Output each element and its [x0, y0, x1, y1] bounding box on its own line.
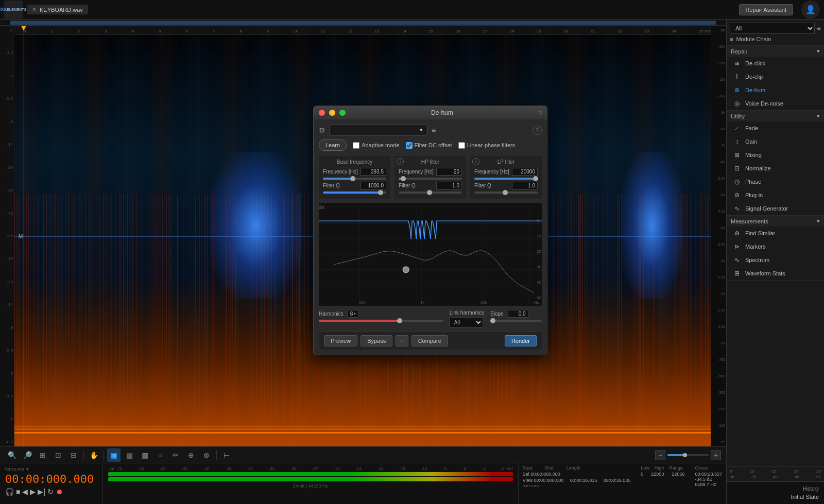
linear-phase-checkbox[interactable]: Linear-phase filters: [458, 142, 516, 149]
play-selection-button[interactable]: ▶|: [38, 488, 45, 496]
module-item-mixing[interactable]: ⊞ Mixing: [727, 148, 824, 162]
module-item-find-similar[interactable]: ⊛ Find Similar: [727, 227, 824, 240]
window-close-button[interactable]: [319, 110, 325, 116]
filter-q-slider[interactable]: [323, 192, 386, 194]
linear-phase-input[interactable]: [458, 142, 465, 149]
zoom-slider[interactable]: [667, 454, 709, 456]
horizontal-scrollbar[interactable]: [0, 20, 726, 26]
adaptive-mode-input[interactable]: [353, 142, 359, 149]
window-minimize-button[interactable]: [329, 110, 335, 116]
adaptive-mode-checkbox[interactable]: Adaptive mode: [353, 142, 399, 149]
filter-q-input[interactable]: [360, 182, 386, 189]
brush-button[interactable]: ⊕: [184, 448, 198, 462]
module-item-normalize[interactable]: ⊡ Normalize: [727, 162, 824, 175]
help-icon[interactable]: ?: [539, 110, 542, 116]
lp-q-slider[interactable]: [474, 192, 538, 194]
headphones-icon[interactable]: 🎧: [5, 488, 14, 496]
module-filter-select[interactable]: All Repair Utility Measurements: [730, 23, 815, 34]
lp-freq-input[interactable]: [512, 168, 538, 176]
zoom-out-button[interactable]: 🔎: [21, 448, 34, 462]
lp-freq-slider[interactable]: [474, 178, 538, 180]
window-maximize-button[interactable]: [339, 110, 346, 116]
module-item-phase[interactable]: ◷ Phase: [727, 175, 824, 188]
time-select-button[interactable]: ▥: [138, 448, 151, 462]
slope-label: Slope: [490, 311, 504, 317]
draw-button[interactable]: ✏: [169, 448, 182, 462]
base-freq-input[interactable]: [360, 168, 386, 176]
module-item-spectrum[interactable]: ∿ Spectrum: [727, 253, 824, 267]
module-item-declick[interactable]: ≋ De-click: [727, 57, 824, 70]
lasso-button[interactable]: ○: [153, 448, 167, 462]
module-item-gain[interactable]: ↕ Gain: [727, 135, 824, 148]
base-freq-row: Frequency [Hz]: [323, 168, 386, 176]
zoom-reset-button[interactable]: ⊟: [67, 448, 80, 462]
zoom-plus-button[interactable]: +: [711, 450, 721, 460]
start-end-stats: Start End Length Sel 00:00:000.000 View …: [523, 465, 631, 502]
scrollbar-thumb[interactable]: [10, 21, 716, 25]
module-item-voice-denoise[interactable]: ◎ Voice De-noise: [727, 97, 824, 110]
module-item-plugin[interactable]: ⊘ Plug-in: [727, 188, 824, 202]
play-button[interactable]: ▶: [30, 488, 36, 496]
tab-close-icon[interactable]: ✕: [32, 6, 37, 13]
hp-q-input[interactable]: [436, 182, 462, 189]
eq-display[interactable]: 0 10 20 30 40 50 100 1k: [319, 203, 542, 306]
normalize-icon: ⊡: [733, 164, 741, 172]
module-item-declip[interactable]: ⌇ De-clip: [727, 70, 824, 83]
pan-tool-button[interactable]: ✋: [87, 448, 100, 462]
preview-button[interactable]: Preview: [324, 335, 357, 346]
hp-freq-input[interactable]: [436, 168, 462, 176]
render-button[interactable]: Render: [505, 335, 537, 346]
slope-slider[interactable]: [490, 320, 542, 322]
record-button[interactable]: ⏺: [56, 488, 63, 496]
zoom-in-button[interactable]: 🔍: [5, 448, 19, 462]
zoom-minus-button[interactable]: −: [655, 450, 665, 460]
repair-section-header[interactable]: Repair ▾: [727, 46, 824, 57]
module-item-markers[interactable]: ⊳ Markers: [727, 240, 824, 253]
utility-section-header[interactable]: Utility ▾: [727, 111, 824, 121]
module-item-signal-gen[interactable]: ∿ Signal Generator: [727, 202, 824, 215]
compare-button[interactable]: Compare: [411, 335, 448, 346]
repair-assistant-button[interactable]: Repair Assistant: [739, 4, 793, 15]
slope-input[interactable]: [508, 310, 528, 318]
module-item-waveform-stats[interactable]: ⊞ Waveform Stats: [727, 267, 824, 280]
svg-text:1k: 1k: [420, 300, 424, 305]
zoom-fit-button[interactable]: ⊞: [36, 448, 49, 462]
filter-dc-input[interactable]: [406, 142, 413, 149]
module-chain-row[interactable]: ≡ Module Chain: [730, 36, 821, 42]
hp-info-icon[interactable]: i: [397, 158, 404, 165]
dialog-help-icon[interactable]: ?: [533, 126, 542, 135]
lp-q-input[interactable]: [512, 182, 538, 189]
freq-select-button[interactable]: ▤: [123, 448, 136, 462]
link-harmonics-select[interactable]: All None Odd: [450, 318, 483, 327]
stop-button[interactable]: ■: [16, 488, 20, 496]
erase-button[interactable]: ⊗: [200, 448, 213, 462]
add-button[interactable]: +: [396, 335, 408, 346]
preset-menu-icon[interactable]: ≡: [432, 126, 436, 134]
lp-info-icon[interactable]: i: [472, 158, 479, 165]
filter-menu-icon[interactable]: ≡: [817, 24, 821, 32]
loop-button[interactable]: ↻: [47, 488, 54, 496]
module-item-fade[interactable]: ⟋ Fade: [727, 121, 824, 135]
filter-dc-checkbox[interactable]: Filter DC offset: [406, 142, 452, 149]
learn-button[interactable]: Learn: [319, 140, 347, 151]
harmonics-slider[interactable]: [319, 320, 443, 322]
file-tab[interactable]: ✕ KEYBOARD.wav: [27, 5, 88, 14]
markers-button[interactable]: ⊢: [220, 448, 233, 462]
hp-q-slider[interactable]: [399, 192, 462, 194]
module-item-dehum[interactable]: ⊛ De-hum: [727, 83, 824, 97]
initial-state-item[interactable]: Initial State: [732, 494, 819, 500]
bypass-button[interactable]: Bypass: [360, 335, 392, 346]
measurements-section-header[interactable]: Measurements ▾: [727, 216, 824, 227]
orange-band: [14, 432, 711, 433]
preset-dropdown[interactable]: — ▾: [330, 125, 427, 135]
harmonics-dropdown[interactable]: 8 ▾: [348, 310, 359, 318]
settings-icon[interactable]: ⚙: [319, 126, 325, 134]
time-format-arrow[interactable]: ▾: [26, 466, 29, 472]
zoom-selection-button[interactable]: ⊡: [52, 448, 65, 462]
gain-icon: ↕: [733, 137, 741, 146]
select-tool-button[interactable]: ▣: [107, 448, 121, 462]
hp-freq-slider[interactable]: [399, 178, 462, 180]
spectrogram-area[interactable]: M 0 1 2 3 4 5 6 7 8 9: [14, 26, 711, 446]
base-freq-slider[interactable]: [323, 178, 386, 180]
rewind-button[interactable]: ◀: [22, 488, 28, 496]
